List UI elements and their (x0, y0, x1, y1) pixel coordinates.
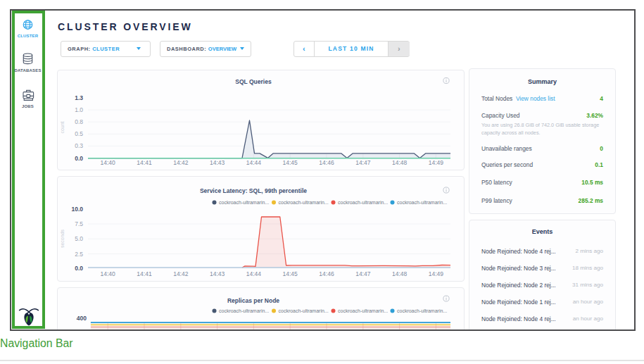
svg-text:2.5: 2.5 (75, 251, 83, 258)
svg-text:14:43: 14:43 (210, 270, 225, 277)
svg-text:count: count (60, 121, 65, 133)
svg-text:7.5: 7.5 (75, 220, 83, 227)
svg-text:400: 400 (77, 315, 87, 322)
svg-text:14:45: 14:45 (283, 270, 298, 277)
svg-text:14:45: 14:45 (283, 159, 298, 166)
svg-text:0.5: 0.5 (75, 130, 83, 137)
svg-text:14:42: 14:42 (173, 159, 189, 166)
svg-text:SQL Queries: SQL Queries (235, 78, 272, 85)
svg-text:14:44: 14:44 (246, 159, 262, 166)
svg-text:cockroach-ultramarin...: cockroach-ultramarin... (338, 200, 388, 205)
svg-text:10.0: 10.0 (71, 206, 83, 213)
svg-text:Service Latency: SQL, 99th per: Service Latency: SQL, 99th percentile (200, 187, 307, 194)
svg-text:cockroach-ultramarin...: cockroach-ultramarin... (338, 308, 388, 313)
svg-text:1.0: 1.0 (75, 106, 83, 113)
svg-text:14:46: 14:46 (319, 270, 334, 277)
svg-text:cockroach-ultramarin...: cockroach-ultramarin... (279, 200, 329, 205)
svg-text:cockroach-ultramarin...: cockroach-ultramarin... (219, 308, 269, 313)
svg-text:14:42: 14:42 (173, 270, 189, 277)
svg-text:0.8: 0.8 (75, 118, 83, 125)
svg-text:0.0: 0.0 (75, 265, 83, 272)
svg-text:14:41: 14:41 (137, 270, 152, 277)
svg-text:14:49: 14:49 (429, 270, 444, 277)
svg-text:0.0: 0.0 (75, 155, 83, 162)
svg-text:14:43: 14:43 (210, 159, 225, 166)
svg-text:14:48: 14:48 (392, 270, 408, 277)
svg-text:14:46: 14:46 (319, 159, 334, 166)
svg-text:14:44: 14:44 (246, 270, 262, 277)
svg-text:cockroach-ultramarin...: cockroach-ultramarin... (219, 200, 269, 205)
svg-text:cockroach-ultramarin...: cockroach-ultramarin... (279, 308, 329, 313)
svg-text:14:47: 14:47 (355, 159, 371, 166)
svg-text:14:40: 14:40 (101, 159, 116, 166)
svg-text:Replicas per Node: Replicas per Node (227, 297, 279, 304)
svg-text:0.3: 0.3 (75, 142, 83, 149)
svg-text:cockroach-ultramarin...: cockroach-ultramarin... (397, 308, 447, 313)
svg-text:cockroach-ultramarin...: cockroach-ultramarin... (397, 200, 447, 205)
svg-text:14:41: 14:41 (137, 159, 152, 166)
svg-text:1.3: 1.3 (75, 94, 83, 101)
svg-text:14:49: 14:49 (429, 159, 444, 166)
svg-text:14:48: 14:48 (392, 159, 408, 166)
svg-text:14:40: 14:40 (101, 270, 116, 277)
svg-text:seconds: seconds (60, 229, 65, 248)
svg-text:14:47: 14:47 (355, 270, 371, 277)
svg-text:5.0: 5.0 (75, 235, 83, 242)
